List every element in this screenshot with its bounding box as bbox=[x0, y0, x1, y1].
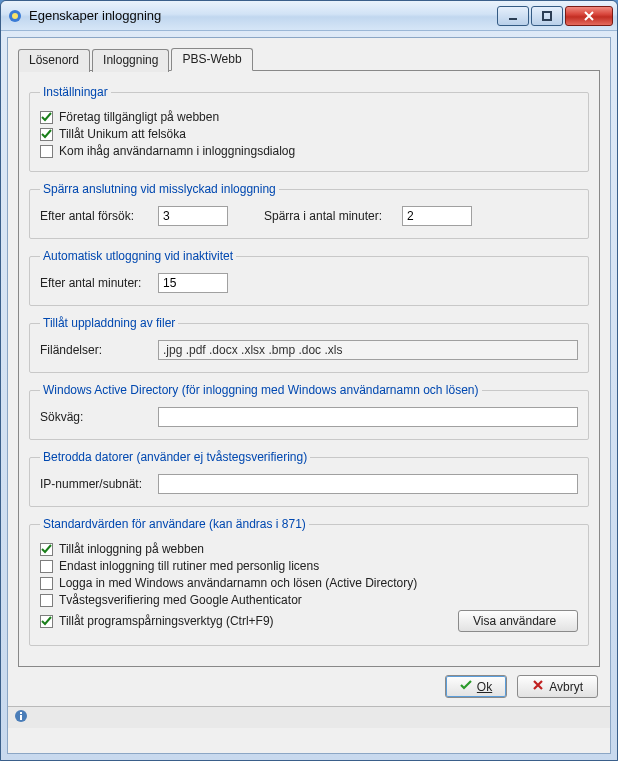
input-forsok[interactable] bbox=[158, 206, 228, 226]
label-fortag: Företag tillgängligt på webben bbox=[59, 110, 219, 124]
visa-anvandare-button[interactable]: Visa användare bbox=[458, 610, 578, 632]
input-filandelser[interactable] bbox=[158, 340, 578, 360]
window-title: Egenskaper inloggning bbox=[29, 8, 497, 23]
svg-rect-6 bbox=[20, 712, 22, 714]
tab-pbswebb[interactable]: PBS-Webb bbox=[171, 48, 252, 71]
checkbox-std-inlogg[interactable] bbox=[40, 543, 53, 556]
group-filer: Tillåt uppladdning av filer Filändelser: bbox=[29, 316, 589, 373]
check-icon bbox=[460, 679, 472, 694]
tab-losenord[interactable]: Lösenord bbox=[18, 49, 90, 72]
ok-label: Ok bbox=[477, 680, 492, 694]
window-frame: Egenskaper inloggning Lösenord Inloggnin… bbox=[0, 0, 618, 761]
label-filandelser: Filändelser: bbox=[40, 343, 150, 357]
legend-std: Standardvärden för användare (kan ändras… bbox=[40, 517, 309, 531]
label-sparra-minuter: Spärra i antal minuter: bbox=[264, 209, 394, 223]
tab-panel-pbswebb: Inställningar Företag tillgängligt på we… bbox=[18, 70, 600, 667]
maximize-button[interactable] bbox=[531, 6, 563, 26]
label-std-trace: Tillåt programspårningsverktyg (Ctrl+F9) bbox=[59, 614, 274, 628]
legend-filer: Tillåt uppladdning av filer bbox=[40, 316, 178, 330]
checkbox-std-endast[interactable] bbox=[40, 560, 53, 573]
checkbox-unikum[interactable] bbox=[40, 128, 53, 141]
cancel-icon bbox=[532, 679, 544, 694]
label-komihag: Kom ihåg användarnamn i inloggningsdialo… bbox=[59, 144, 295, 158]
legend-installningar: Inställningar bbox=[40, 85, 111, 99]
tabstrip: Lösenord Inloggning PBS-Webb bbox=[18, 48, 600, 71]
svg-rect-2 bbox=[509, 18, 517, 20]
input-ip[interactable] bbox=[158, 474, 578, 494]
status-info-icon bbox=[14, 709, 28, 726]
svg-point-1 bbox=[12, 13, 18, 19]
minimize-button[interactable] bbox=[497, 6, 529, 26]
legend-sparra: Spärra anslutning vid misslyckad inloggn… bbox=[40, 182, 279, 196]
app-icon bbox=[7, 8, 23, 24]
legend-auto: Automatisk utloggning vid inaktivitet bbox=[40, 249, 236, 263]
legend-betrodda: Betrodda datorer (använder ej tvåstegsve… bbox=[40, 450, 310, 464]
label-forsok: Efter antal försök: bbox=[40, 209, 150, 223]
label-std-inlogg: Tillåt inloggning på webben bbox=[59, 542, 204, 556]
group-sparra: Spärra anslutning vid misslyckad inloggn… bbox=[29, 182, 589, 239]
close-button[interactable] bbox=[565, 6, 613, 26]
group-ad: Windows Active Directory (för inloggning… bbox=[29, 383, 589, 440]
label-std-endast: Endast inloggning till rutiner med perso… bbox=[59, 559, 319, 573]
group-auto: Automatisk utloggning vid inaktivitet Ef… bbox=[29, 249, 589, 306]
dialog-footer: Ok Avbryt bbox=[8, 667, 610, 706]
label-std-adwin: Logga in med Windows användarnamn och lö… bbox=[59, 576, 417, 590]
group-std: Standardvärden för användare (kan ändras… bbox=[29, 517, 589, 646]
avbryt-label: Avbryt bbox=[549, 680, 583, 694]
label-auto-minuter: Efter antal minuter: bbox=[40, 276, 150, 290]
checkbox-std-adwin[interactable] bbox=[40, 577, 53, 590]
label-std-gauth: Tvåstegsverifiering med Google Authentic… bbox=[59, 593, 302, 607]
checkbox-komihag[interactable] bbox=[40, 145, 53, 158]
client-area: Lösenord Inloggning PBS-Webb Inställning… bbox=[7, 37, 611, 754]
avbryt-button[interactable]: Avbryt bbox=[517, 675, 598, 698]
svg-rect-3 bbox=[543, 12, 551, 20]
legend-ad: Windows Active Directory (för inloggning… bbox=[40, 383, 482, 397]
titlebar[interactable]: Egenskaper inloggning bbox=[1, 1, 617, 31]
statusbar bbox=[8, 706, 610, 728]
ok-button[interactable]: Ok bbox=[445, 675, 507, 698]
label-ip: IP-nummer/subnät: bbox=[40, 477, 150, 491]
checkbox-std-gauth[interactable] bbox=[40, 594, 53, 607]
input-sparra-minuter[interactable] bbox=[402, 206, 472, 226]
group-betrodda: Betrodda datorer (använder ej tvåstegsve… bbox=[29, 450, 589, 507]
tab-inloggning[interactable]: Inloggning bbox=[92, 49, 169, 72]
input-ad-path[interactable] bbox=[158, 407, 578, 427]
label-unikum: Tillåt Unikum att felsöka bbox=[59, 127, 186, 141]
checkbox-fortag[interactable] bbox=[40, 111, 53, 124]
group-installningar: Inställningar Företag tillgängligt på we… bbox=[29, 85, 589, 172]
input-auto-minuter[interactable] bbox=[158, 273, 228, 293]
svg-rect-5 bbox=[20, 715, 22, 720]
label-ad-path: Sökväg: bbox=[40, 410, 150, 424]
checkbox-std-trace[interactable] bbox=[40, 615, 53, 628]
